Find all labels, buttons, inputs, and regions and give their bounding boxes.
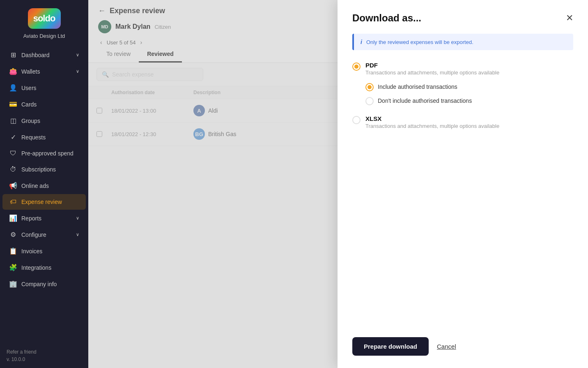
pdf-label: PDF	[365, 62, 499, 69]
nav-label-groups: Groups	[21, 118, 40, 124]
sidebar-item-integrations[interactable]: 🧩 Integrations	[2, 259, 86, 275]
sidebar: soldo Aviato Design Ltd ⊞ Dashboard ∨ 👛 …	[0, 0, 88, 368]
modal-header: Download as... ✕	[352, 12, 573, 24]
logo-icon: soldo	[28, 8, 61, 29]
nav-label-company-info: Company info	[21, 281, 57, 287]
modal-title: Download as...	[352, 12, 421, 24]
pdf-radio[interactable]	[352, 62, 361, 71]
format-section: PDF Transactions and attachments, multip…	[352, 62, 573, 136]
nav-icon-configure: ⚙	[9, 231, 17, 238]
xlsx-desc: Transactions and attachments, multiple o…	[365, 123, 499, 129]
xlsx-label: XLSX	[365, 115, 499, 122]
pdf-option-details: PDF Transactions and attachments, multip…	[365, 62, 499, 76]
nav-label-pre-approved: Pre-approved spend	[21, 150, 74, 157]
nav-icon-groups: ◫	[9, 117, 17, 125]
nav-icon-invoices: 📋	[9, 247, 17, 255]
modal-footer: Prepare download Cancel	[352, 337, 573, 356]
sidebar-item-configure[interactable]: ⚙ Configure ∨	[2, 227, 86, 243]
pdf-sub-options: Include authorised transactions Don't in…	[365, 82, 573, 105]
nav-label-cards: Cards	[21, 101, 37, 108]
sidebar-item-online-ads[interactable]: 📢 Online ads	[2, 178, 86, 194]
nav-icon-company-info: 🏢	[9, 280, 17, 288]
chevron-icon-reports: ∨	[76, 215, 79, 221]
nav-icon-wallets: 👛	[9, 67, 17, 75]
pdf-radio-inner	[354, 65, 358, 69]
nav-label-integrations: Integrations	[21, 264, 51, 271]
nav-label-expense-review: Expense review	[21, 199, 62, 205]
sidebar-item-groups[interactable]: ◫ Groups	[2, 113, 86, 129]
logo-area: soldo Aviato Design Ltd	[0, 0, 88, 43]
include-auth-option[interactable]: Include authorised transactions	[365, 82, 573, 91]
exclude-auth-label: Don't include authorised transactions	[378, 97, 472, 104]
include-auth-radio-inner	[368, 85, 372, 89]
exclude-auth-option[interactable]: Don't include authorised transactions	[365, 96, 573, 105]
include-auth-label: Include authorised transactions	[378, 83, 457, 90]
sidebar-item-users[interactable]: 👤 Users	[2, 80, 86, 96]
download-modal: Download as... ✕ i Only the reviewed exp…	[338, 0, 588, 368]
nav-icon-cards: 💳	[9, 100, 17, 108]
nav-icon-expense-review: 🏷	[9, 198, 17, 206]
company-name: Aviato Design Ltd	[23, 33, 65, 39]
nav-label-wallets: Wallets	[21, 68, 40, 75]
nav-label-online-ads: Online ads	[21, 183, 49, 189]
nav-items: ⊞ Dashboard ∨ 👛 Wallets ∨ 👤 Users 💳 Card…	[0, 43, 88, 343]
info-banner: i Only the reviewed expenses will be exp…	[352, 34, 573, 50]
chevron-icon-dashboard: ∨	[76, 52, 79, 58]
exclude-auth-radio[interactable]	[365, 97, 374, 105]
refer-friend-link[interactable]: Refer a friend	[7, 349, 82, 355]
pdf-desc: Transactions and attachments, multiple o…	[365, 69, 499, 76]
include-auth-radio[interactable]	[365, 83, 374, 91]
xlsx-radio[interactable]	[352, 116, 361, 124]
info-icon: i	[361, 39, 362, 45]
sidebar-item-cards[interactable]: 💳 Cards	[2, 96, 86, 112]
sidebar-item-dashboard[interactable]: ⊞ Dashboard ∨	[2, 47, 86, 63]
nav-label-subscriptions: Subscriptions	[21, 166, 56, 173]
sidebar-item-pre-approved[interactable]: 🛡 Pre-approved spend	[2, 146, 86, 161]
modal-close-button[interactable]: ✕	[566, 13, 573, 23]
sidebar-item-reports[interactable]: 📊 Reports ∨	[2, 210, 86, 226]
nav-icon-subscriptions: ⏱	[9, 166, 17, 173]
nav-label-invoices: Invoices	[21, 248, 42, 255]
sidebar-item-invoices[interactable]: 📋 Invoices	[2, 243, 86, 259]
chevron-icon-wallets: ∨	[76, 69, 79, 74]
nav-label-configure: Configure	[21, 231, 46, 238]
nav-icon-integrations: 🧩	[9, 264, 17, 271]
chevron-icon-configure: ∨	[76, 232, 79, 237]
sidebar-item-wallets[interactable]: 👛 Wallets ∨	[2, 63, 86, 79]
nav-icon-dashboard: ⊞	[9, 51, 17, 59]
sidebar-item-expense-review[interactable]: 🏷 Expense review	[2, 194, 86, 210]
xlsx-option-details: XLSX Transactions and attachments, multi…	[365, 115, 499, 129]
nav-icon-requests: ✓	[9, 133, 17, 141]
nav-label-requests: Requests	[21, 134, 46, 141]
nav-label-dashboard: Dashboard	[21, 52, 50, 58]
sidebar-item-company-info[interactable]: 🏢 Company info	[2, 276, 86, 292]
sidebar-footer: Refer a friend v. 10.0.0	[0, 343, 88, 368]
nav-label-users: Users	[21, 85, 37, 91]
xlsx-option: XLSX Transactions and attachments, multi…	[352, 115, 573, 129]
nav-label-reports: Reports	[21, 215, 41, 222]
nav-icon-users: 👤	[9, 84, 17, 92]
sidebar-item-subscriptions[interactable]: ⏱ Subscriptions	[2, 162, 86, 177]
pdf-option: PDF Transactions and attachments, multip…	[352, 62, 573, 76]
info-text: Only the reviewed expenses will be expor…	[366, 39, 473, 45]
version-label: v. 10.0.0	[7, 356, 82, 362]
nav-icon-reports: 📊	[9, 214, 17, 222]
prepare-download-button[interactable]: Prepare download	[352, 337, 429, 356]
cancel-button[interactable]: Cancel	[437, 343, 456, 350]
main-content: ← Expense review MD Mark Dylan Citizen ‹…	[88, 0, 588, 368]
sidebar-item-requests[interactable]: ✓ Requests	[2, 129, 86, 145]
nav-icon-online-ads: 📢	[9, 182, 17, 190]
nav-icon-pre-approved: 🛡	[9, 150, 17, 157]
